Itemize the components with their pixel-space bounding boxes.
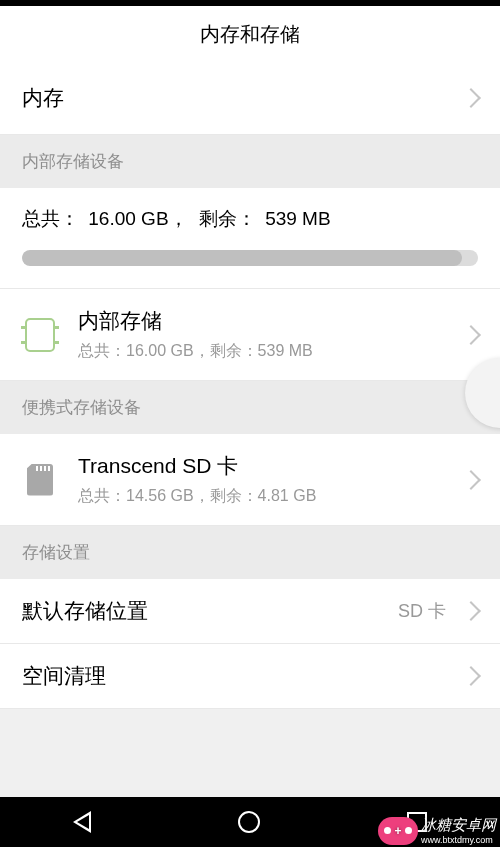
default-location-value: SD 卡 bbox=[398, 599, 446, 623]
chevron-right-icon bbox=[461, 325, 481, 345]
memory-label: 内存 bbox=[22, 84, 454, 112]
chevron-right-icon bbox=[461, 470, 481, 490]
default-location-label: 默认存储位置 bbox=[22, 597, 398, 625]
watermark: + 冰糖安卓网 www.btxtdmy.com bbox=[378, 816, 496, 845]
total-label: 总共： bbox=[22, 208, 79, 229]
section-header-settings: 存储设置 bbox=[0, 526, 500, 579]
sd-card-row[interactable]: Transcend SD 卡 总共：14.56 GB，剩余：4.81 GB bbox=[0, 434, 500, 526]
watermark-url: www.btxtdmy.com bbox=[421, 835, 496, 845]
storage-summary: 总共： 16.00 GB， 剩余： 539 MB bbox=[0, 188, 500, 289]
watermark-logo-icon: + bbox=[378, 817, 418, 845]
section-header-portable: 便携式存储设备 bbox=[0, 381, 500, 434]
free-value: 539 MB bbox=[265, 208, 330, 229]
internal-title: 内部存储 bbox=[78, 307, 454, 335]
back-icon[interactable] bbox=[73, 811, 91, 833]
storage-progress-fill bbox=[22, 250, 462, 266]
chevron-right-icon bbox=[461, 88, 481, 108]
sd-card-icon bbox=[22, 462, 58, 498]
cleanup-row[interactable]: 空间清理 bbox=[0, 644, 500, 709]
total-value: 16.00 GB， bbox=[88, 208, 187, 229]
summary-text: 总共： 16.00 GB， 剩余： 539 MB bbox=[22, 206, 478, 232]
watermark-text: 冰糖安卓网 bbox=[421, 816, 496, 835]
memory-row[interactable]: 内存 bbox=[0, 62, 500, 135]
chevron-right-icon bbox=[461, 666, 481, 686]
default-location-row[interactable]: 默认存储位置 SD 卡 bbox=[0, 579, 500, 644]
storage-progress-bar bbox=[22, 250, 478, 266]
cleanup-label: 空间清理 bbox=[22, 662, 454, 690]
section-header-internal: 内部存储设备 bbox=[0, 135, 500, 188]
sd-sub: 总共：14.56 GB，剩余：4.81 GB bbox=[78, 486, 454, 507]
internal-storage-row[interactable]: 内部存储 总共：16.00 GB，剩余：539 MB bbox=[0, 289, 500, 381]
page-title: 内存和存储 bbox=[200, 21, 300, 48]
chevron-right-icon bbox=[461, 601, 481, 621]
free-label: 剩余： bbox=[199, 208, 256, 229]
app-title-bar: 内存和存储 bbox=[0, 6, 500, 62]
home-icon[interactable] bbox=[238, 811, 260, 833]
internal-sub: 总共：16.00 GB，剩余：539 MB bbox=[78, 341, 454, 362]
sd-title: Transcend SD 卡 bbox=[78, 452, 454, 480]
chip-icon bbox=[22, 317, 58, 353]
